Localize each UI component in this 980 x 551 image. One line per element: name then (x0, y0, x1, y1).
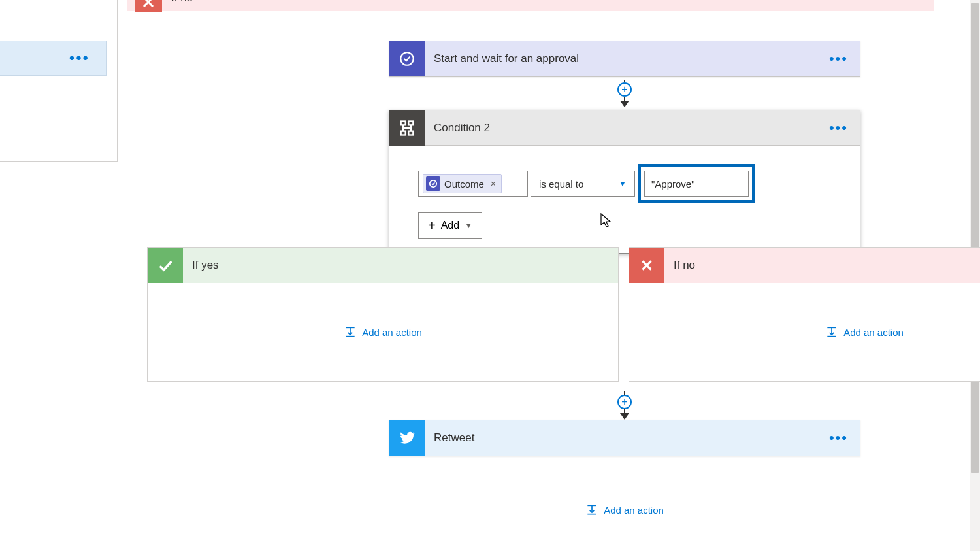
close-icon (629, 248, 664, 283)
left-panel-fragment (0, 0, 118, 162)
insert-step-connector[interactable]: + (617, 80, 632, 107)
svg-rect-4 (408, 131, 413, 135)
more-icon[interactable]: ••• (829, 429, 860, 446)
plus-icon[interactable]: + (617, 395, 632, 409)
add-action-icon (825, 326, 838, 339)
twitter-icon (389, 420, 425, 456)
arrow-down-icon (620, 101, 629, 107)
scrollbar-thumb[interactable] (971, 3, 979, 473)
token-label: Outcome (444, 178, 484, 190)
condition-right-operand-highlight: "Approve" (638, 164, 755, 203)
add-action-link-bottom[interactable]: Add an action (585, 503, 664, 516)
if-no-header[interactable]: If no (629, 248, 980, 283)
left-action-card[interactable]: ••• (0, 41, 107, 76)
add-action-label: Add an action (843, 327, 904, 338)
add-action-label: Add an action (604, 505, 664, 516)
top-if-no-label: If no (171, 0, 193, 5)
if-no-branch: If no Add an action (629, 247, 980, 382)
operator-label: is equal to (539, 178, 583, 190)
add-action-icon (344, 326, 357, 339)
if-yes-label: If yes (183, 259, 618, 272)
insert-step-connector[interactable]: + (617, 391, 632, 420)
condition-body: Outcome × is equal to ▼ "Approve" + Add (389, 146, 860, 253)
approval-step-card[interactable]: Start and wait for an approval ••• (389, 41, 860, 77)
condition-left-operand[interactable]: Outcome × (418, 171, 528, 197)
retweet-title: Retweet (425, 431, 829, 444)
condition-icon (389, 110, 425, 146)
svg-point-0 (400, 52, 414, 65)
more-icon[interactable]: ••• (829, 120, 860, 137)
add-action-icon (585, 503, 598, 516)
condition-title: Condition 2 (425, 122, 829, 135)
add-button-label: Add (441, 220, 459, 231)
arrow-down-icon (620, 413, 629, 420)
check-icon (148, 248, 183, 283)
more-icon[interactable]: ••• (829, 50, 860, 67)
flow-canvas: Start and wait for an approval ••• + Con… (129, 13, 934, 551)
condition-step-card[interactable]: Condition 2 ••• Outcome × is equal to ▼ (389, 110, 860, 254)
if-no-label: If no (664, 259, 980, 272)
condition-right-operand-input[interactable]: "Approve" (644, 171, 749, 197)
approval-title: Start and wait for an approval (425, 52, 829, 65)
chevron-down-icon: ▼ (465, 221, 472, 230)
svg-rect-1 (401, 121, 406, 125)
add-action-link-yes[interactable]: Add an action (344, 326, 422, 339)
bottom-add-action-area: Add an action (389, 503, 860, 516)
add-action-label: Add an action (362, 327, 422, 338)
svg-rect-2 (408, 121, 413, 125)
retweet-step-card[interactable]: Retweet ••• (389, 420, 860, 456)
condition-operator-select[interactable]: is equal to ▼ (531, 171, 635, 197)
dynamic-token-outcome[interactable]: Outcome × (423, 174, 502, 193)
right-operand-value: "Approve" (651, 178, 695, 190)
svg-rect-3 (401, 131, 406, 135)
if-yes-header[interactable]: If yes (148, 248, 618, 283)
add-action-link-no[interactable]: Add an action (825, 326, 904, 339)
chevron-down-icon: ▼ (619, 179, 627, 188)
approval-icon (426, 176, 440, 191)
approval-icon (389, 41, 425, 76)
plus-icon[interactable]: + (617, 82, 632, 97)
top-if-no-bar (127, 0, 934, 11)
remove-token-icon[interactable]: × (491, 178, 496, 189)
close-icon (135, 0, 162, 12)
if-yes-branch: If yes Add an action (147, 247, 619, 382)
add-condition-row-button[interactable]: + Add ▼ (418, 212, 482, 239)
